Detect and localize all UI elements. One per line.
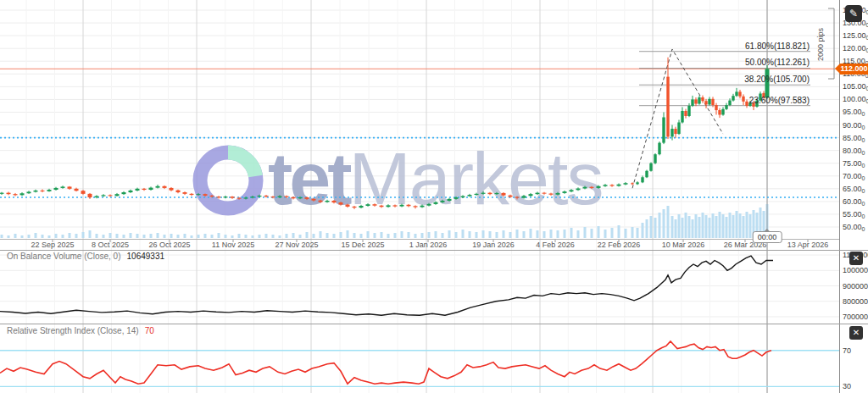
- candle: [380, 206, 384, 208]
- obv-tick-label: 9000000: [843, 282, 868, 291]
- rsi-tick-label: 30: [843, 382, 851, 390]
- date-label: 15 Dec 2025: [341, 241, 384, 249]
- candle: [441, 201, 445, 202]
- candle: [156, 186, 160, 188]
- candle: [529, 194, 533, 196]
- rsi-title-text: Relative Strength Index (Close, 14): [7, 326, 139, 335]
- candle: [115, 194, 120, 196]
- panel-separator-rsi[interactable]: [0, 324, 868, 324]
- date-label: 22 Sep 2025: [31, 241, 74, 249]
- candle: [176, 191, 181, 192]
- candle: [488, 193, 492, 195]
- candle: [475, 194, 479, 195]
- candle: [434, 202, 438, 204]
- candle: [88, 194, 92, 197]
- candle: [210, 196, 214, 196]
- obv-value: 10649331: [127, 252, 165, 261]
- candle: [400, 205, 404, 207]
- fib-label: 50.00%(112.261): [745, 58, 810, 67]
- x-axis-line: [0, 239, 839, 240]
- obv-close-button[interactable]: ✕: [849, 252, 863, 265]
- candle: [732, 96, 734, 100]
- candle: [654, 154, 656, 163]
- candle: [509, 196, 513, 197]
- candle: [681, 111, 683, 123]
- candle: [698, 97, 700, 104]
- candle: [728, 101, 731, 105]
- candle: [556, 193, 560, 195]
- candle: [542, 193, 547, 194]
- candle: [353, 207, 357, 208]
- fib-zigzag-drawing: [632, 49, 723, 188]
- candle: [27, 191, 31, 193]
- candle: [149, 188, 153, 190]
- candle: [461, 196, 465, 198]
- candle: [704, 101, 707, 104]
- candle: [570, 190, 574, 191]
- candle: [108, 195, 113, 196]
- candle: [237, 198, 242, 199]
- price-tick-label: 125.000: [843, 31, 868, 42]
- date-label: 13 Apr 2026: [787, 241, 829, 249]
- panel-separator-obv[interactable]: [0, 250, 868, 251]
- candle: [244, 197, 248, 198]
- price-tick-label: 50.000: [843, 223, 865, 234]
- candle: [190, 194, 194, 195]
- edit-chart-button[interactable]: ✎: [845, 5, 862, 22]
- candle: [346, 204, 350, 206]
- candle: [393, 205, 398, 206]
- obv-tick-label: 8000000: [843, 297, 868, 306]
- candle: [617, 185, 621, 186]
- candle: [641, 177, 643, 182]
- candle: [217, 196, 221, 197]
- candle: [448, 199, 452, 201]
- candle: [319, 201, 323, 202]
- candle: [0, 193, 4, 194]
- candle: [636, 182, 638, 184]
- rsi-indicator-title: Relative Strength Index (Close, 14)70: [7, 326, 154, 335]
- candle: [645, 171, 648, 178]
- candle: [420, 206, 425, 208]
- price-tick-label: 70.000: [843, 172, 865, 183]
- candle: [136, 189, 140, 191]
- candle: [691, 99, 693, 106]
- candle: [387, 205, 391, 207]
- date-label: 11 Nov 2025: [212, 241, 254, 249]
- fib-label: 23.60%(97.583): [749, 96, 810, 105]
- price-tick-label: 90.000: [843, 121, 865, 132]
- candle: [711, 99, 714, 105]
- crosshair-time-label: 00:00: [753, 231, 782, 243]
- candle: [163, 186, 167, 188]
- price-tick-label: 55.000: [843, 210, 865, 221]
- candle: [715, 105, 717, 110]
- candle: [332, 201, 337, 202]
- candle: [305, 197, 309, 199]
- candle: [631, 183, 633, 184]
- candle: [183, 192, 187, 194]
- candle: [142, 189, 147, 190]
- date-label: 26 Oct 2025: [148, 241, 190, 249]
- candle: [658, 143, 660, 155]
- rsi-close-button[interactable]: ✕: [849, 326, 863, 340]
- candle: [373, 204, 377, 206]
- candle: [54, 188, 58, 190]
- price-tick-label: 100.000: [843, 95, 868, 106]
- candle: [725, 105, 727, 109]
- price-tick-label: 75.000: [843, 159, 865, 170]
- candle: [454, 197, 459, 199]
- candle: [708, 99, 710, 105]
- candle: [721, 109, 724, 115]
- candle: [122, 192, 126, 194]
- fib-label: 38.20%(105.700): [744, 75, 810, 84]
- candle: [41, 191, 45, 191]
- candle: [701, 97, 704, 101]
- candle: [271, 196, 275, 197]
- candle: [75, 189, 79, 191]
- trading-chart-window: tet Markets 135.000130.000125.000120.000…: [0, 0, 868, 393]
- candle: [502, 193, 506, 196]
- price-tick-label: 120.000: [843, 44, 868, 55]
- candle: [170, 188, 174, 191]
- candle: [576, 189, 581, 191]
- candle: [407, 205, 411, 207]
- candle: [34, 191, 38, 192]
